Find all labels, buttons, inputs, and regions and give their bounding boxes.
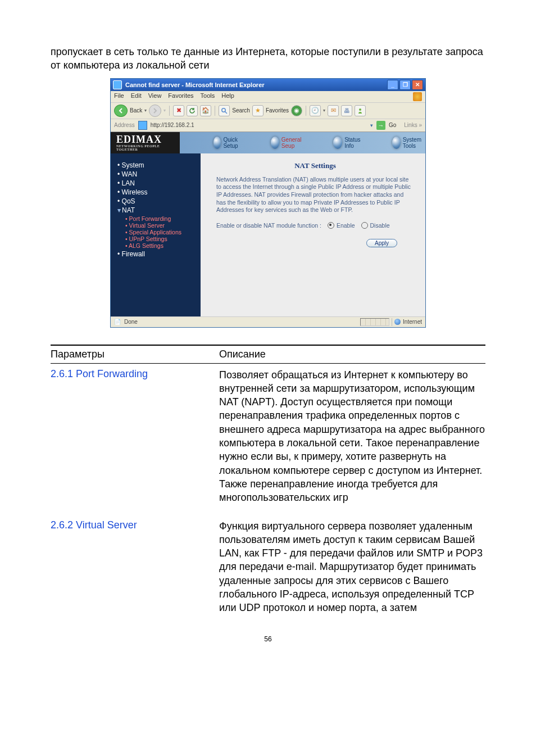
go-label: Go [389,122,396,128]
apply-button[interactable]: Apply [366,239,397,247]
ie-logo-icon [113,80,122,89]
orb-icon [214,137,221,149]
page-favicon-icon [138,121,147,130]
router-sidebar: System WAN LAN Wireless QoS ▾NAT Port Fo… [111,153,201,316]
window-title: Cannot find server - Microsoft Internet … [125,82,387,88]
radio-row-label: Enable or disable NAT module function : [216,222,321,229]
links-label[interactable]: Links » [404,122,422,128]
sidebar-item-qos[interactable]: QoS [117,197,196,205]
sidebar-item-alg-settings[interactable]: ALG Settings [125,242,196,249]
address-dropdown-icon[interactable]: ▾ [370,123,373,128]
nav-quick-setup[interactable]: Quick Setup [214,137,243,149]
menu-help[interactable]: Help [221,92,234,101]
nat-enable-disable-row: Enable or disable NAT module function : … [216,222,414,229]
toolbar: Back ▾ ▾ ✖ 🏠 Search ★ Favorites ◉ 🕘 ▾ ✉ [111,103,425,119]
nat-settings-heading: NAT Settings [216,161,414,170]
go-button[interactable]: → [376,121,385,130]
router-main-pane: NAT Settings Network Address Translation… [201,153,425,316]
media-button[interactable]: ◉ [291,105,302,116]
page-done-icon: 📄 [114,319,121,325]
table-row: 2.6.2 Virtual Server Функция виртуальног… [51,515,485,625]
refresh-button[interactable] [187,105,198,116]
chevron-down-icon: ▾ [117,206,121,214]
radio-disable-label: Disable [370,222,390,229]
address-bar: Address http://192.168.2.1 ▾ → Go Links … [111,119,425,132]
internet-zone-icon [394,319,401,325]
orb-icon [333,137,342,149]
svg-point-0 [222,108,225,111]
menu-edit[interactable]: Edit [131,92,142,101]
nav-general-setup[interactable]: General Seup [271,137,306,149]
stop-button[interactable]: ✖ [173,105,184,116]
params-header-name: Параметры [51,348,219,360]
favorites-label: Favorites [266,107,289,114]
nav-status-info[interactable]: Status Info [333,137,364,149]
favorites-button[interactable]: ★ [252,105,264,116]
status-separator-cells [360,318,389,326]
mail-button[interactable]: ✉ [328,105,339,116]
radio-enable[interactable] [328,222,334,229]
sidebar-item-firewall[interactable]: Firewall [117,250,196,258]
address-label: Address [114,122,135,128]
history-button[interactable]: 🕘 [310,105,321,116]
document-page: пропускает в сеть только те данные из Ин… [0,0,536,666]
desc-virtual-server: Функция виртуального сервера позволяет у… [219,519,485,615]
print-button[interactable]: 🖶 [341,105,352,116]
embedded-screenshot: Cannot find server - Microsoft Internet … [110,78,426,328]
status-done-text: Done [124,319,138,325]
params-table-header: Параметры Описание [51,345,485,364]
sidebar-item-nat[interactable]: ▾NAT [117,206,196,214]
table-row: 2.6.1 Port Forwarding Позволяет обращать… [51,364,485,515]
desc-port-forwarding: Позволяет обращаться из Интернет к компь… [219,368,485,505]
menu-file[interactable]: File [114,92,124,101]
radio-enable-label: Enable [337,222,355,229]
link-port-forwarding[interactable]: 2.6.1 Port Forwarding [51,368,148,379]
link-virtual-server[interactable]: 2.6.2 Virtual Server [51,519,137,531]
ie-status-bar: 📄 Done Internet [111,316,425,327]
orb-icon [271,137,279,149]
sidebar-item-special-applications[interactable]: Special Applications [125,229,196,236]
ie-throbber-icon [413,92,422,101]
window-minimize-button[interactable]: _ [387,80,398,90]
menu-view[interactable]: View [148,92,162,101]
nav-system-tools[interactable]: System Tools [392,137,425,149]
menu-tools[interactable]: Tools [201,92,215,101]
radio-disable[interactable] [361,222,368,229]
sidebar-item-lan[interactable]: LAN [117,179,196,187]
sidebar-item-wireless[interactable]: Wireless [117,188,196,196]
nat-settings-description: Network Address Translation (NAT) allows… [216,176,414,214]
sidebar-item-upnp-settings[interactable]: UPnP Settings [125,236,196,242]
router-banner: EDIMAX NETWORKING PEOPLE TOGETHER Quick … [111,132,425,153]
page-number: 56 [51,635,485,643]
intro-paragraph: пропускает в сеть только те данные из Ин… [51,45,485,73]
params-header-desc: Описание [219,348,485,360]
svg-line-1 [225,111,228,114]
back-label: Back [130,107,142,114]
sidebar-item-wan[interactable]: WAN [117,170,196,178]
forward-button[interactable] [149,105,161,117]
window-maximize-button[interactable]: ❐ [399,80,411,90]
menubar: File Edit View Favorites Tools Help [111,91,425,103]
sidebar-item-port-forwarding[interactable]: Port Forwarding [125,215,196,222]
orb-icon [392,137,401,149]
sidebar-item-virtual-server[interactable]: Virtual Server [125,222,196,229]
back-button[interactable] [114,105,128,117]
address-url[interactable]: http://192.168.2.1 [151,122,367,128]
home-button[interactable]: 🏠 [200,105,211,116]
svg-point-2 [359,108,361,111]
status-zone-text: Internet [403,319,422,325]
search-button[interactable] [219,105,230,116]
menu-favorites[interactable]: Favorites [168,92,193,101]
search-label: Search [232,107,250,114]
window-titlebar: Cannot find server - Microsoft Internet … [111,79,425,91]
sidebar-item-system[interactable]: System [117,161,196,169]
edimax-logo: EDIMAX NETWORKING PEOPLE TOGETHER [111,134,180,151]
window-close-button[interactable]: ✕ [412,80,423,90]
messenger-icon[interactable] [355,105,366,116]
